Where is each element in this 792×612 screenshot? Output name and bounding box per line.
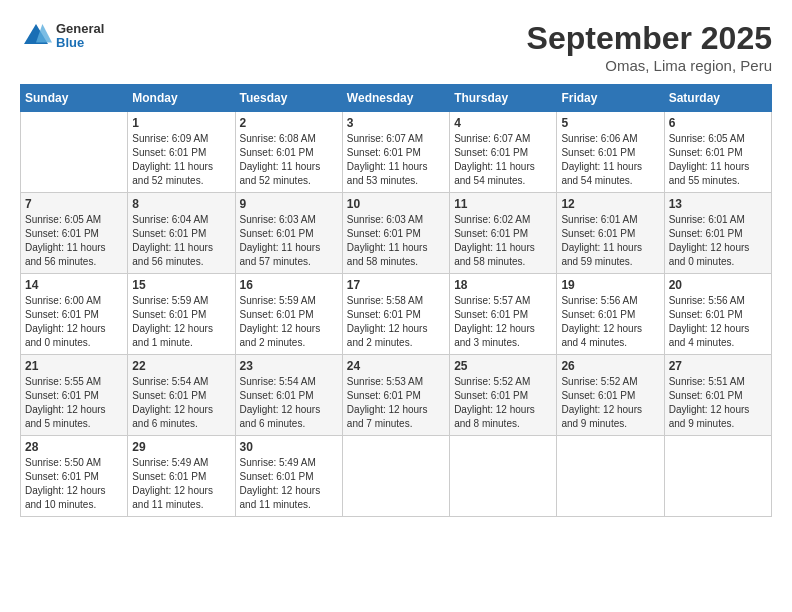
day-number: 13 [669, 197, 767, 211]
logo: General Blue [20, 20, 104, 52]
calendar-day-cell: 9Sunrise: 6:03 AMSunset: 6:01 PMDaylight… [235, 193, 342, 274]
calendar-day-cell: 15Sunrise: 5:59 AMSunset: 6:01 PMDayligh… [128, 274, 235, 355]
day-info: Sunrise: 5:56 AMSunset: 6:01 PMDaylight:… [669, 294, 767, 350]
day-number: 5 [561, 116, 659, 130]
day-info: Sunrise: 5:51 AMSunset: 6:01 PMDaylight:… [669, 375, 767, 431]
calendar-day-cell: 20Sunrise: 5:56 AMSunset: 6:01 PMDayligh… [664, 274, 771, 355]
day-number: 16 [240, 278, 338, 292]
day-number: 14 [25, 278, 123, 292]
day-number: 21 [25, 359, 123, 373]
calendar-day-cell: 29Sunrise: 5:49 AMSunset: 6:01 PMDayligh… [128, 436, 235, 517]
day-of-week-header: Tuesday [235, 85, 342, 112]
calendar-day-cell: 6Sunrise: 6:05 AMSunset: 6:01 PMDaylight… [664, 112, 771, 193]
day-number: 30 [240, 440, 338, 454]
day-number: 10 [347, 197, 445, 211]
calendar: SundayMondayTuesdayWednesdayThursdayFrid… [20, 84, 772, 517]
day-number: 15 [132, 278, 230, 292]
calendar-day-cell [21, 112, 128, 193]
calendar-day-cell: 2Sunrise: 6:08 AMSunset: 6:01 PMDaylight… [235, 112, 342, 193]
day-info: Sunrise: 6:05 AMSunset: 6:01 PMDaylight:… [25, 213, 123, 269]
calendar-day-cell [557, 436, 664, 517]
calendar-day-cell: 26Sunrise: 5:52 AMSunset: 6:01 PMDayligh… [557, 355, 664, 436]
calendar-day-cell: 13Sunrise: 6:01 AMSunset: 6:01 PMDayligh… [664, 193, 771, 274]
day-number: 6 [669, 116, 767, 130]
day-info: Sunrise: 5:58 AMSunset: 6:01 PMDaylight:… [347, 294, 445, 350]
day-number: 4 [454, 116, 552, 130]
calendar-day-cell: 23Sunrise: 5:54 AMSunset: 6:01 PMDayligh… [235, 355, 342, 436]
calendar-day-cell: 16Sunrise: 5:59 AMSunset: 6:01 PMDayligh… [235, 274, 342, 355]
month-title: September 2025 [527, 20, 772, 57]
calendar-day-cell [664, 436, 771, 517]
day-number: 27 [669, 359, 767, 373]
day-number: 1 [132, 116, 230, 130]
calendar-day-cell: 19Sunrise: 5:56 AMSunset: 6:01 PMDayligh… [557, 274, 664, 355]
calendar-day-cell: 3Sunrise: 6:07 AMSunset: 6:01 PMDaylight… [342, 112, 449, 193]
day-of-week-header: Saturday [664, 85, 771, 112]
calendar-day-cell: 5Sunrise: 6:06 AMSunset: 6:01 PMDaylight… [557, 112, 664, 193]
day-info: Sunrise: 5:53 AMSunset: 6:01 PMDaylight:… [347, 375, 445, 431]
page-header: General Blue September 2025 Omas, Lima r… [20, 20, 772, 74]
day-info: Sunrise: 6:07 AMSunset: 6:01 PMDaylight:… [347, 132, 445, 188]
day-info: Sunrise: 6:01 AMSunset: 6:01 PMDaylight:… [669, 213, 767, 269]
calendar-day-cell: 30Sunrise: 5:49 AMSunset: 6:01 PMDayligh… [235, 436, 342, 517]
day-number: 11 [454, 197, 552, 211]
day-of-week-header: Thursday [450, 85, 557, 112]
day-of-week-header: Sunday [21, 85, 128, 112]
calendar-day-cell: 7Sunrise: 6:05 AMSunset: 6:01 PMDaylight… [21, 193, 128, 274]
day-info: Sunrise: 5:54 AMSunset: 6:01 PMDaylight:… [132, 375, 230, 431]
day-of-week-header: Friday [557, 85, 664, 112]
day-number: 19 [561, 278, 659, 292]
day-number: 20 [669, 278, 767, 292]
calendar-day-cell: 4Sunrise: 6:07 AMSunset: 6:01 PMDaylight… [450, 112, 557, 193]
day-info: Sunrise: 6:00 AMSunset: 6:01 PMDaylight:… [25, 294, 123, 350]
day-info: Sunrise: 5:59 AMSunset: 6:01 PMDaylight:… [132, 294, 230, 350]
day-info: Sunrise: 6:02 AMSunset: 6:01 PMDaylight:… [454, 213, 552, 269]
logo-icon [20, 20, 52, 52]
day-number: 17 [347, 278, 445, 292]
calendar-day-cell: 10Sunrise: 6:03 AMSunset: 6:01 PMDayligh… [342, 193, 449, 274]
day-info: Sunrise: 6:03 AMSunset: 6:01 PMDaylight:… [240, 213, 338, 269]
logo-text: General Blue [56, 22, 104, 51]
day-number: 8 [132, 197, 230, 211]
day-number: 12 [561, 197, 659, 211]
day-number: 22 [132, 359, 230, 373]
day-number: 29 [132, 440, 230, 454]
day-number: 25 [454, 359, 552, 373]
location-title: Omas, Lima region, Peru [527, 57, 772, 74]
day-info: Sunrise: 5:55 AMSunset: 6:01 PMDaylight:… [25, 375, 123, 431]
calendar-header-row: SundayMondayTuesdayWednesdayThursdayFrid… [21, 85, 772, 112]
day-info: Sunrise: 6:06 AMSunset: 6:01 PMDaylight:… [561, 132, 659, 188]
day-number: 23 [240, 359, 338, 373]
day-number: 26 [561, 359, 659, 373]
calendar-week-row: 7Sunrise: 6:05 AMSunset: 6:01 PMDaylight… [21, 193, 772, 274]
calendar-week-row: 28Sunrise: 5:50 AMSunset: 6:01 PMDayligh… [21, 436, 772, 517]
title-area: September 2025 Omas, Lima region, Peru [527, 20, 772, 74]
day-info: Sunrise: 5:56 AMSunset: 6:01 PMDaylight:… [561, 294, 659, 350]
calendar-day-cell [450, 436, 557, 517]
calendar-week-row: 1Sunrise: 6:09 AMSunset: 6:01 PMDaylight… [21, 112, 772, 193]
calendar-day-cell: 17Sunrise: 5:58 AMSunset: 6:01 PMDayligh… [342, 274, 449, 355]
calendar-day-cell: 27Sunrise: 5:51 AMSunset: 6:01 PMDayligh… [664, 355, 771, 436]
day-number: 2 [240, 116, 338, 130]
day-info: Sunrise: 6:08 AMSunset: 6:01 PMDaylight:… [240, 132, 338, 188]
calendar-day-cell: 14Sunrise: 6:00 AMSunset: 6:01 PMDayligh… [21, 274, 128, 355]
calendar-day-cell: 12Sunrise: 6:01 AMSunset: 6:01 PMDayligh… [557, 193, 664, 274]
day-info: Sunrise: 6:03 AMSunset: 6:01 PMDaylight:… [347, 213, 445, 269]
day-of-week-header: Monday [128, 85, 235, 112]
day-info: Sunrise: 6:07 AMSunset: 6:01 PMDaylight:… [454, 132, 552, 188]
day-info: Sunrise: 5:52 AMSunset: 6:01 PMDaylight:… [561, 375, 659, 431]
day-number: 9 [240, 197, 338, 211]
day-info: Sunrise: 6:01 AMSunset: 6:01 PMDaylight:… [561, 213, 659, 269]
day-number: 3 [347, 116, 445, 130]
day-info: Sunrise: 6:09 AMSunset: 6:01 PMDaylight:… [132, 132, 230, 188]
calendar-day-cell: 28Sunrise: 5:50 AMSunset: 6:01 PMDayligh… [21, 436, 128, 517]
logo-blue: Blue [56, 36, 104, 50]
calendar-day-cell [342, 436, 449, 517]
calendar-day-cell: 18Sunrise: 5:57 AMSunset: 6:01 PMDayligh… [450, 274, 557, 355]
day-info: Sunrise: 5:59 AMSunset: 6:01 PMDaylight:… [240, 294, 338, 350]
calendar-day-cell: 1Sunrise: 6:09 AMSunset: 6:01 PMDaylight… [128, 112, 235, 193]
day-of-week-header: Wednesday [342, 85, 449, 112]
calendar-body: 1Sunrise: 6:09 AMSunset: 6:01 PMDaylight… [21, 112, 772, 517]
day-info: Sunrise: 5:54 AMSunset: 6:01 PMDaylight:… [240, 375, 338, 431]
day-info: Sunrise: 5:49 AMSunset: 6:01 PMDaylight:… [240, 456, 338, 512]
